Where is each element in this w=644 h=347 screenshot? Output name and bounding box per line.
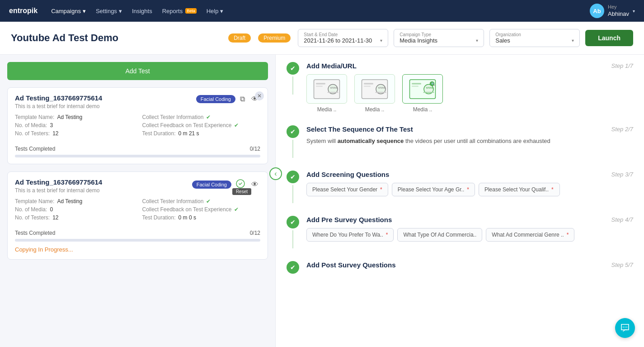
step-content-5: Add Post Survey Questions Step 5/7 [306, 261, 633, 273]
facial-coding-badge: Facial Coding [192, 181, 231, 189]
svg-point-22 [625, 327, 625, 328]
card-badges: Facial Coding ⧉ 👁 [196, 94, 260, 104]
campaign-type-dropdown[interactable]: Campaign Type Media Insights ▾ [394, 29, 484, 47]
date-chevron: ▾ [380, 38, 382, 43]
tests-completed: Tests Completed 0/12 [15, 230, 260, 236]
nav-settings[interactable]: Settings ▾ [96, 8, 122, 14]
step-circle-5: ✔ [287, 261, 299, 274]
step-content-1: Add Media/URL Step 1/7 www [306, 62, 633, 113]
copy-icon-button[interactable]: ⧉ [238, 94, 247, 104]
organization-dropdown[interactable]: Organization Sales ▾ [489, 29, 580, 47]
tooltip: Reset [232, 188, 251, 195]
add-test-button[interactable]: Add Test [7, 62, 268, 80]
premium-badge: Premium [258, 33, 291, 43]
launch-button[interactable]: Launch [585, 30, 633, 46]
nav-help[interactable]: Help ▾ [207, 8, 224, 14]
meta-testers: No. of Testers: 12 [15, 130, 133, 137]
media-items: www Media .. [306, 74, 633, 113]
svg-rect-12 [376, 92, 386, 93]
nav-insights[interactable]: Insights [132, 8, 152, 14]
step-header-3: Add Screening Questions Step 3/7 [306, 171, 633, 178]
card-footer: Tests Completed 0/12 Copying In Progress… [8, 226, 268, 259]
meta-testers: No. of Testers: 12 [15, 214, 133, 221]
left-panel: Add Test ✕ Ad Testing_1637669775614 This… [0, 55, 276, 347]
card-desc: This is a test brief for internal demo [15, 103, 102, 109]
card-header: Ad Testing_1637669775614 This is a test … [8, 88, 268, 114]
card-desc: This is a test brief for internal demo [15, 187, 102, 194]
meta-template: Template Name: Ad Testing [15, 114, 133, 120]
media-item: www 🔍 Media .. [402, 74, 443, 113]
question-pill: What Ad Commercial Genre .. * [486, 228, 574, 242]
copy-icon-button[interactable]: Reset [234, 178, 247, 191]
question-pill: Please Select Your Qualif.. * [479, 183, 560, 196]
media-item: www Media .. [354, 74, 395, 113]
header-controls: Start & End Date 2021-11-26 to 2021-11-3… [298, 29, 633, 47]
card-title: Ad Testing_1637669775614 [15, 94, 102, 102]
step-row-1: ✔ Add Media/URL Step 1/7 [287, 62, 633, 113]
panel-toggle: ‹ [269, 167, 282, 180]
question-pill: What Type Of Ad Commercia.. [397, 228, 482, 242]
campaign-chevron: ▾ [476, 38, 478, 43]
card-badges: Facial Coding Reset 👁 [192, 178, 260, 191]
avatar: Ab [590, 4, 604, 18]
svg-rect-8 [364, 83, 373, 84]
meta-media: No. of Media: 3 [15, 122, 133, 128]
svg-text:www: www [330, 85, 338, 89]
chat-fab-button[interactable] [615, 318, 635, 338]
date-range-dropdown[interactable]: Start & End Date 2021-11-26 to 2021-11-3… [298, 29, 388, 47]
step-indicator-1: ✔ [287, 62, 299, 95]
navbar: entropik Campaigns ▾ Settings ▾ Insights… [0, 0, 644, 22]
meta-template: Template Name: Ad Testing [15, 198, 133, 204]
question-pills-4: Where Do You Prefer To Wa.. * What Type … [306, 228, 633, 242]
copying-label: Copying In Progress... [15, 246, 260, 253]
step-indicator-4: ✔ [287, 216, 299, 248]
media-thumb: www [306, 74, 347, 104]
svg-rect-18 [423, 92, 434, 93]
card-meta: Template Name: Ad Testing Collect Tester… [8, 198, 268, 226]
beta-badge: Beta [185, 8, 197, 14]
step-circle-2: ✔ [287, 125, 299, 138]
card-close-button[interactable]: ✕ [255, 91, 264, 100]
step-row-3: ✔ Add Screening Questions Step 3/7 Pleas… [287, 171, 633, 203]
step-content-4: Add Pre Survey Questions Step 4/7 Where … [306, 216, 633, 242]
toggle-button[interactable]: ‹ [269, 167, 282, 180]
media-thumb: www 🔍 [402, 74, 443, 104]
main-layout: Add Test ✕ Ad Testing_1637669775614 This… [0, 55, 644, 347]
svg-rect-6 [328, 92, 338, 93]
nav-reports[interactable]: Reports Beta [162, 8, 197, 14]
step-header-2: Select The Sequence Of The Test Step 2/7 [306, 125, 633, 133]
meta-media: No. of Media: 0 [15, 206, 133, 213]
eye-icon-button[interactable]: 👁 [249, 180, 260, 190]
question-pills-3: Please Select Your Gender * Please Selec… [306, 183, 633, 196]
step-content-2: Select The Sequence Of The Test Step 2/7… [306, 125, 633, 150]
meta-collect-tester: Collect Tester Information ✔ [142, 114, 261, 120]
steps-container: ✔ Add Media/URL Step 1/7 [287, 55, 633, 294]
meta-collect-feedback: Collect Feedback on Test Experience ✔ [142, 206, 261, 213]
step-desc-2: System will automatically sequence the v… [306, 138, 633, 144]
nav-campaigns[interactable]: Campaigns ▾ [51, 8, 86, 14]
org-chevron: ▾ [572, 38, 574, 43]
step-circle-3: ✔ [287, 171, 299, 183]
test-card: ✕ Ad Testing_1637669775614 This is a tes… [7, 87, 268, 164]
draft-badge: Draft [228, 33, 251, 43]
question-pill: Please Select Your Gender * [306, 183, 388, 196]
meta-collect-tester: Collect Tester Information ✔ [142, 198, 261, 204]
step-indicator-5: ✔ [287, 261, 299, 274]
card-header: Ad Testing_1637669775614 This is a test … [8, 172, 268, 198]
user-info: Hey Abhinav [608, 4, 629, 18]
test-card: Ad Testing_1637669775614 This is a test … [7, 171, 268, 260]
card-footer: Tests Completed 0/12 [8, 142, 268, 164]
meta-collect-feedback: Collect Feedback on Test Experience ✔ [142, 122, 261, 128]
right-panel: ✔ Add Media/URL Step 1/7 [276, 55, 644, 347]
nav-right: Ab Hey Abhinav ▾ [590, 4, 635, 18]
step-line-4 [292, 230, 293, 248]
page-title: Youtube Ad Test Demo [11, 32, 221, 44]
step-indicator-2: ✔ [287, 125, 299, 158]
svg-rect-9 [364, 86, 371, 86]
user-chevron[interactable]: ▾ [633, 9, 635, 14]
step-line-3 [292, 185, 293, 203]
media-thumb: www [354, 74, 395, 104]
card-meta: Template Name: Ad Testing Collect Tester… [8, 114, 268, 142]
question-pill: Where Do You Prefer To Wa.. * [306, 228, 394, 242]
card-title: Ad Testing_1637669775614 [15, 178, 102, 186]
